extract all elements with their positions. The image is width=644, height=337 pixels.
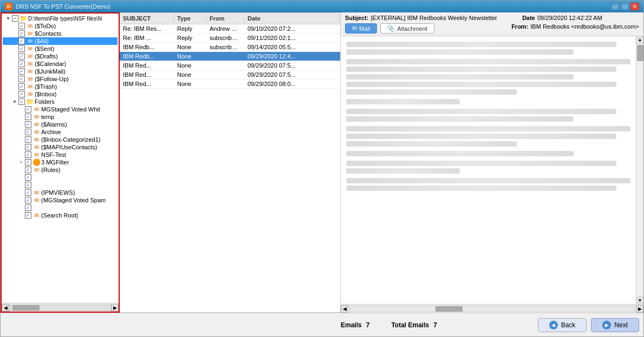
checkbox-sall[interactable]	[18, 38, 25, 44]
email-row[interactable]: IBM Red... None 09/29/2020 07:5...	[120, 61, 340, 70]
email-row[interactable]: Re: IBM Res... Reply Andrew Harp... 09/1…	[120, 24, 340, 34]
checkbox-empty1[interactable]	[25, 174, 31, 181]
tree-item-drafts[interactable]: ✉ ($Drafts)	[3, 52, 118, 60]
col-header-date[interactable]: Date	[244, 14, 340, 23]
tree-item-junkmail[interactable]: ✉ ($JunkMail)	[3, 68, 118, 75]
tree-item-empty3[interactable]	[3, 204, 118, 212]
body-text-line	[346, 42, 616, 47]
checkbox-trash[interactable]	[18, 83, 25, 90]
checkbox-followup[interactable]	[18, 76, 25, 82]
back-button[interactable]: ◀ Back	[538, 318, 587, 332]
title-bar: D DRS NSF To PST Converter(Demo) — □ ✕	[1, 1, 643, 12]
scroll-right-btn[interactable]: ▶	[111, 304, 119, 312]
tab-mail-button[interactable]: ✉ Mail	[345, 23, 377, 34]
email-row[interactable]: IBM Red... None 09/29/2020 07:5...	[120, 70, 340, 80]
minimize-button[interactable]: —	[611, 3, 620, 10]
maximize-button[interactable]: □	[621, 3, 629, 10]
email-row[interactable]: Re: IBM ... Reply subscriber... 09/11/20…	[120, 34, 340, 43]
scroll-down-btn[interactable]: ▼	[636, 296, 643, 304]
tree-item-temp[interactable]: ✉ temp	[3, 113, 118, 121]
tree-item-mgspam[interactable]: ✉ (MGStaged Voted Spam	[3, 196, 118, 204]
body-text-line	[346, 99, 460, 104]
checkbox-sent[interactable]	[18, 45, 25, 52]
right-scroll-right-btn[interactable]: ▶	[636, 305, 643, 313]
tree-item-inbox[interactable]: ✉ ($Inbox)	[3, 90, 118, 98]
col-header-type[interactable]: Type	[174, 14, 206, 23]
tab-attachment-button[interactable]: 📎 Attachment	[380, 23, 434, 34]
email-row[interactable]: IBM Redb... None 09/29/2020 12:4...	[120, 52, 340, 61]
tree-item-todo[interactable]: ✉ ($ToDo)	[3, 22, 118, 30]
scroll-track[interactable]	[636, 44, 643, 296]
tree-label-temp: temp	[41, 114, 54, 120]
checkbox-root[interactable]	[12, 15, 18, 22]
tree-item-nsf-test[interactable]: ✉ NSF-Test	[3, 151, 118, 158]
checkbox-mgfilter[interactable]	[25, 159, 31, 166]
email-body-content	[346, 42, 630, 191]
tree-item-empty1[interactable]	[3, 174, 118, 181]
tree-item-sent[interactable]: ✉ ($Sent)	[3, 45, 118, 52]
checkbox-inbox[interactable]	[18, 91, 25, 97]
tree-label-mgstaged: MGStaged Voted Whit	[41, 106, 100, 113]
scroll-left-btn[interactable]: ◀	[2, 304, 9, 312]
email-list[interactable]: Re: IBM Res... Reply Andrew Harp... 09/1…	[120, 24, 340, 312]
checkbox-ipmviews[interactable]	[25, 189, 31, 196]
checkbox-archive[interactable]	[25, 129, 31, 135]
checkbox-empty3[interactable]	[25, 204, 31, 211]
right-scroll-track[interactable]	[349, 306, 635, 312]
tree-item-rules[interactable]: ✉ (Rules)	[3, 166, 118, 174]
tree-item-archive[interactable]: ✉ Archive	[3, 128, 118, 136]
left-scroll-track[interactable]	[9, 305, 111, 311]
checkbox-todo[interactable]	[18, 23, 25, 29]
mail-icon-ipmviews: ✉	[32, 189, 40, 196]
checkbox-empty2[interactable]	[25, 182, 31, 188]
next-button[interactable]: ▶ Next	[591, 318, 639, 332]
email-row[interactable]: IBM Red... None 09/29/2020 08:0...	[120, 80, 340, 89]
app-icon: D	[5, 3, 12, 10]
col-header-from[interactable]: From	[206, 14, 244, 23]
email-row[interactable]: IBM Redb... None subscriber... 09/14/202…	[120, 43, 340, 52]
checkbox-calendar[interactable]	[18, 61, 25, 67]
tree-item-trash[interactable]: ✉ ($Trash)	[3, 83, 118, 90]
right-scroll-left-btn[interactable]: ◀	[341, 305, 348, 313]
checkbox-inbox-cat[interactable]	[25, 136, 31, 143]
body-text-line	[346, 151, 574, 156]
scroll-up-btn[interactable]: ▲	[636, 36, 643, 44]
tree-item-mapi[interactable]: ✉ ($MAPIUseContacts)	[3, 143, 118, 151]
close-button[interactable]: ✕	[630, 3, 639, 10]
col-header-subject[interactable]: SUBJECT	[120, 14, 174, 23]
right-panel-scrollbar[interactable]: ◀ ▶	[341, 304, 643, 313]
tree-label-nsf-test: NSF-Test	[41, 151, 66, 158]
tree-item-searchroot[interactable]: ✉ (Search Root)	[3, 212, 118, 219]
checkbox-mapi[interactable]	[25, 144, 31, 150]
tree-item-followup[interactable]: ✉ ($Follow-Up)	[3, 75, 118, 83]
tree-item-folders[interactable]: ▼ 📁 Folders	[3, 98, 118, 105]
tree-item-inbox-cat[interactable]: ✉ ($Inbox-Categorized1)	[3, 136, 118, 143]
tree-item-empty2[interactable]	[3, 181, 118, 189]
checkbox-rules[interactable]	[25, 167, 31, 173]
checkbox-junkmail[interactable]	[18, 68, 25, 75]
total-emails-value: 7	[433, 321, 437, 329]
email-header-top: Subject: [EXTERNAL] IBM Redbooks Weekly …	[345, 15, 639, 34]
checkbox-alarms[interactable]	[25, 121, 31, 128]
checkbox-drafts[interactable]	[18, 53, 25, 60]
tree-item-contacts[interactable]: ✉ $Contacts	[3, 30, 118, 37]
checkbox-nsf-test[interactable]	[25, 151, 31, 158]
checkbox-temp[interactable]	[25, 114, 31, 120]
email-type: None	[174, 71, 206, 78]
checkbox-contacts[interactable]	[18, 30, 25, 37]
tree-root[interactable]: ▼ 📁 D:\Items\File types\NSF files\N	[3, 15, 118, 22]
left-panel-scrollbar[interactable]: ◀ ▶	[2, 303, 119, 312]
tree-item-ipmviews[interactable]: ✉ (IPMVIEWS)	[3, 189, 118, 196]
tree-item-sall[interactable]: ✉ ($All)	[3, 37, 118, 45]
tree-item-mgfilter[interactable]: + 🟠 3 MGFilter	[3, 158, 118, 166]
checkbox-searchroot[interactable]	[25, 212, 31, 219]
tree-item-mgstaged[interactable]: ✉ MGStaged Voted Whit	[3, 105, 118, 113]
checkbox-mgspam[interactable]	[25, 197, 31, 203]
tree-item-alarms[interactable]: ✉ ($Alarms)	[3, 121, 118, 128]
body-scrollbar[interactable]: ▲ ▼	[636, 36, 643, 304]
body-section	[346, 178, 630, 191]
folder-tree[interactable]: ▼ 📁 D:\Items\File types\NSF files\N ✉ ($…	[2, 14, 119, 303]
tree-item-calendar[interactable]: ✉ ($Calendar)	[3, 60, 118, 68]
checkbox-folders[interactable]	[18, 98, 25, 105]
checkbox-mgstaged[interactable]	[25, 106, 31, 113]
